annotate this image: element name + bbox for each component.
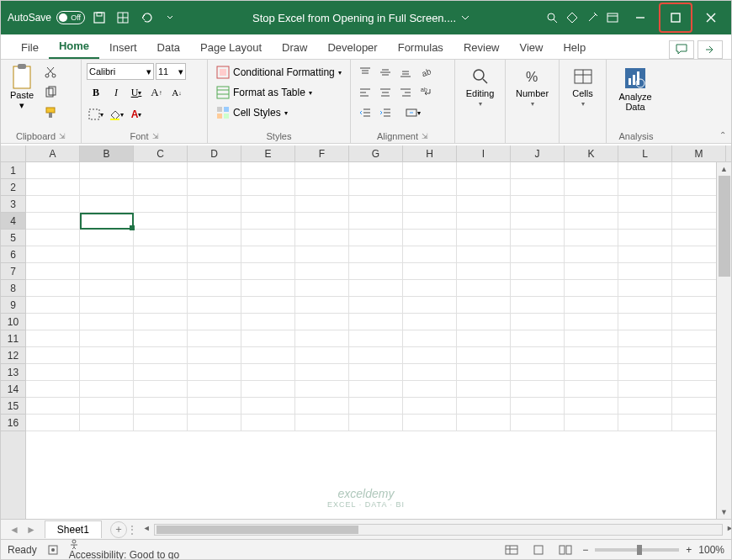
cell[interactable]: [241, 246, 295, 263]
cell[interactable]: [565, 263, 618, 280]
row-header[interactable]: 12: [1, 347, 25, 364]
cell[interactable]: [80, 230, 134, 246]
cell[interactable]: [403, 381, 457, 398]
cell[interactable]: [349, 196, 403, 213]
font-size-select[interactable]: 11▾: [156, 63, 186, 80]
align-left-button[interactable]: [356, 83, 374, 102]
cell[interactable]: [457, 415, 511, 431]
wand-icon[interactable]: [583, 8, 602, 27]
fill-color-button[interactable]: ▾: [107, 105, 125, 124]
cell[interactable]: [80, 196, 134, 213]
row-header[interactable]: 2: [1, 179, 25, 196]
col-header[interactable]: C: [134, 145, 188, 161]
cell[interactable]: [188, 179, 241, 196]
cell[interactable]: [134, 196, 188, 213]
sheet-tab[interactable]: Sheet1: [45, 520, 102, 538]
cell[interactable]: [403, 347, 457, 364]
cell[interactable]: [618, 347, 672, 364]
cell[interactable]: [403, 230, 457, 246]
italic-button[interactable]: I: [107, 83, 125, 102]
scroll-thumb[interactable]: [156, 526, 358, 534]
cell[interactable]: [403, 330, 457, 347]
cell[interactable]: [565, 364, 618, 381]
cell[interactable]: [349, 330, 403, 347]
merge-button[interactable]: ▾: [396, 103, 430, 122]
tab-formulas[interactable]: Formulas: [388, 36, 454, 59]
cell[interactable]: [618, 263, 672, 280]
cell[interactable]: [295, 415, 349, 431]
tab-help[interactable]: Help: [553, 36, 596, 59]
cell[interactable]: [80, 263, 134, 280]
diamond-icon[interactable]: [563, 8, 581, 27]
cell[interactable]: [565, 246, 618, 263]
col-header[interactable]: A: [26, 145, 80, 161]
cell[interactable]: [295, 162, 349, 179]
vertical-scrollbar[interactable]: ▲ ▼: [716, 162, 731, 519]
cell[interactable]: [511, 246, 565, 263]
cell[interactable]: [188, 398, 241, 415]
cell[interactable]: [511, 213, 565, 230]
cell[interactable]: [349, 246, 403, 263]
cell[interactable]: [26, 179, 80, 196]
cell[interactable]: [26, 263, 80, 280]
cell[interactable]: [188, 364, 241, 381]
cell[interactable]: [349, 263, 403, 280]
cell[interactable]: [457, 230, 511, 246]
cell[interactable]: [511, 162, 565, 179]
cell[interactable]: [80, 381, 134, 398]
cell[interactable]: [618, 179, 672, 196]
cell[interactable]: [349, 213, 403, 230]
cell[interactable]: [511, 196, 565, 213]
cell[interactable]: [511, 314, 565, 330]
row-header[interactable]: 6: [1, 246, 25, 263]
cell[interactable]: [26, 381, 80, 398]
decrease-indent-button[interactable]: [356, 103, 374, 122]
cell[interactable]: [80, 314, 134, 330]
cell[interactable]: [618, 330, 672, 347]
col-header[interactable]: I: [457, 145, 511, 161]
align-right-button[interactable]: [396, 83, 415, 102]
analyze-data-button[interactable]: Analyze Data: [612, 63, 659, 115]
cells-button[interactable]: Cells▾: [565, 63, 601, 111]
cell[interactable]: [403, 246, 457, 263]
title-dropdown-icon[interactable]: [461, 13, 469, 22]
cell[interactable]: [134, 398, 188, 415]
accessibility-status[interactable]: Accessibility: Good to go: [69, 539, 179, 561]
cell[interactable]: [457, 314, 511, 330]
cell[interactable]: [134, 381, 188, 398]
cell[interactable]: [188, 280, 241, 297]
cell[interactable]: [618, 364, 672, 381]
cell[interactable]: [618, 415, 672, 431]
increase-font-button[interactable]: A↑: [147, 83, 166, 102]
cell[interactable]: [511, 415, 565, 431]
normal-view-button[interactable]: [501, 542, 522, 557]
cell[interactable]: [134, 179, 188, 196]
cell[interactable]: [457, 263, 511, 280]
cell[interactable]: [26, 364, 80, 381]
search-icon[interactable]: [543, 8, 561, 27]
cell[interactable]: [403, 196, 457, 213]
cell[interactable]: [403, 213, 457, 230]
row-header[interactable]: 15: [1, 398, 25, 415]
scroll-thumb[interactable]: [719, 176, 730, 277]
number-button[interactable]: %Number▾: [511, 63, 554, 111]
comments-button[interactable]: [669, 40, 694, 59]
cell[interactable]: [403, 280, 457, 297]
cell[interactable]: [403, 364, 457, 381]
cell[interactable]: [188, 415, 241, 431]
decrease-font-button[interactable]: A↓: [167, 83, 186, 102]
cell[interactable]: [80, 179, 134, 196]
cell[interactable]: [457, 330, 511, 347]
tab-page-layout[interactable]: Page Layout: [190, 36, 272, 59]
cell[interactable]: [241, 179, 295, 196]
cell[interactable]: [618, 297, 672, 314]
cell[interactable]: [565, 179, 618, 196]
col-header[interactable]: L: [618, 145, 672, 161]
cell[interactable]: [241, 230, 295, 246]
font-color-button[interactable]: A▾: [127, 105, 146, 124]
close-button[interactable]: [694, 3, 728, 33]
cell[interactable]: [26, 347, 80, 364]
zoom-slider[interactable]: [595, 548, 679, 552]
cut-button[interactable]: [41, 63, 60, 82]
cell[interactable]: [457, 196, 511, 213]
